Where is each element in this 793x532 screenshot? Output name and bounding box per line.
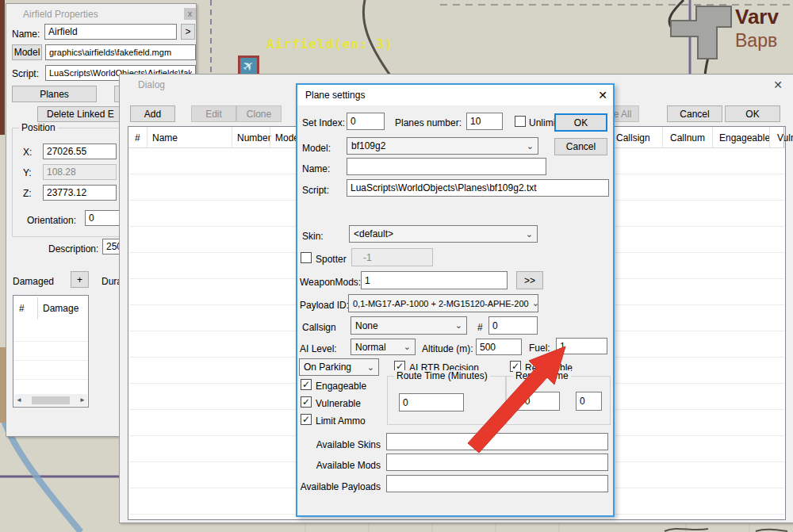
fuel-field[interactable]	[556, 338, 607, 354]
map-edge-feature	[0, 0, 5, 135]
column-header[interactable]: Callnum	[670, 132, 705, 144]
available-skins-field[interactable]	[386, 433, 608, 450]
spotter-label: Spotter	[316, 254, 347, 265]
damaged-add-button[interactable]: +	[71, 271, 89, 288]
route-time-legend: Route Time (Minutes)	[394, 370, 490, 381]
scroll-right-icon[interactable]: ►	[79, 396, 86, 404]
ai-level-value: Normal	[355, 342, 386, 353]
damage-col-name: Damage	[43, 303, 79, 314]
plane-script-field[interactable]	[347, 179, 609, 197]
scroll-left-icon[interactable]: ◄	[16, 396, 22, 404]
town-name-latin: Varv	[735, 5, 779, 29]
model-button[interactable]: Model	[12, 44, 42, 60]
ok-button[interactable]: OK	[554, 113, 607, 132]
planes-number-label: Planes number:	[395, 117, 462, 128]
engageable-label: Engageable	[316, 381, 366, 392]
engageable-checkbox[interactable]: ✓	[301, 379, 312, 390]
clone-button: Clone	[236, 105, 282, 122]
available-payloads-field[interactable]	[386, 475, 608, 492]
chevron-down-icon: ⌄	[367, 362, 374, 373]
script-label: Script:	[12, 68, 39, 79]
spotter-checkbox[interactable]	[301, 252, 312, 263]
planes-number-field[interactable]	[466, 113, 503, 130]
close-icon[interactable]: ✕	[596, 88, 610, 102]
airfield-name-field[interactable]	[44, 24, 177, 40]
chevron-down-icon: ⌄	[532, 298, 538, 308]
damaged-label: Damaged	[13, 276, 54, 287]
plane-settings-title: Plane settings	[305, 90, 365, 101]
altitude-label: Altitude (m):	[422, 343, 473, 354]
weaponmods-expand-button[interactable]: >>	[516, 271, 543, 289]
cancel-button[interactable]: Cancel	[554, 138, 607, 155]
chevron-down-icon: ⌄	[455, 320, 462, 331]
available-skins-label: Available Skins	[316, 439, 381, 450]
column-header[interactable]: Number	[237, 132, 271, 144]
column-header[interactable]: Vulnerable	[777, 132, 793, 144]
route-time-field[interactable]	[399, 393, 464, 411]
airfield-model-field[interactable]	[45, 44, 196, 60]
limit-ammo-checkbox[interactable]: ✓	[301, 414, 312, 425]
column-header[interactable]: Callsign	[616, 132, 650, 144]
callsign-hash-label: #	[477, 322, 483, 333]
unlimited-checkbox[interactable]	[515, 116, 526, 127]
mission-editor-screen: Airfield(en: 3) Varv Варв ✈ Airfield Pro…	[0, 0, 793, 532]
description-label: Description:	[48, 243, 98, 255]
chevron-down-icon: ⌄	[526, 229, 533, 239]
close-icon[interactable]: ✕	[770, 78, 786, 92]
column-header[interactable]: Name	[152, 132, 178, 144]
weaponmods-field[interactable]	[361, 271, 508, 289]
available-mods-field[interactable]	[386, 454, 608, 471]
renew-time-field-2[interactable]	[576, 392, 602, 411]
renew-time-field-1[interactable]	[515, 392, 560, 411]
model-label: Model:	[302, 143, 331, 154]
close-icon[interactable]: x	[184, 8, 196, 20]
add-button[interactable]: Add	[130, 105, 175, 122]
chevron-down-icon: ⌄	[527, 141, 534, 151]
y-label: Y:	[23, 167, 32, 178]
z-label: Z:	[23, 188, 32, 199]
payload-value: 0,1-MG17-AP-1000 + 2-MG15120-APHE-200	[353, 299, 529, 308]
damage-table: # Damage ◄ ►	[13, 295, 89, 408]
plane-name-field[interactable]	[347, 158, 546, 175]
column-header[interactable]: Engageable	[719, 132, 770, 144]
map-terrain-patch	[0, 347, 6, 423]
name-expand-button[interactable]: >	[181, 24, 195, 40]
weaponmods-label: WeaponMods:	[300, 277, 361, 288]
damage-col-num: #	[19, 303, 25, 314]
ok-button[interactable]: OK	[725, 105, 780, 122]
scroll-thumb[interactable]	[32, 396, 70, 404]
column-header[interactable]: #	[135, 132, 140, 144]
ai-level-dropdown[interactable]: Normal ⌄	[351, 339, 416, 355]
map-airfield-label: Airfield(en: 3)	[266, 36, 393, 52]
cancel-button[interactable]: Cancel	[667, 105, 722, 122]
plane-settings-dialog: Plane settings ✕ Set Index: Planes numbe…	[296, 83, 615, 517]
x-label: X:	[23, 147, 32, 158]
skin-value: <default>	[354, 228, 393, 239]
spawn-mode-value: On Parking	[304, 362, 351, 373]
payload-label: Payload ID:	[300, 300, 349, 311]
spawn-mode-dropdown[interactable]: On Parking ⌄	[299, 358, 379, 376]
edit-button: Edit	[191, 105, 236, 122]
callsign-number-field[interactable]	[488, 316, 538, 335]
limit-ammo-label: Limit Ammo	[316, 415, 366, 427]
available-payloads-label: Available Payloads	[297, 481, 381, 492]
name-label: Name:	[302, 163, 330, 174]
position-z-field[interactable]	[43, 185, 117, 201]
set-index-field[interactable]	[347, 113, 385, 130]
callsign-dropdown[interactable]: None ⌄	[351, 316, 467, 335]
position-x-field[interactable]	[43, 144, 117, 159]
renew-time-legend: Renew Time	[513, 370, 571, 381]
damage-rows	[14, 323, 87, 394]
skin-dropdown[interactable]: <default> ⌄	[349, 225, 538, 243]
damage-col-separator	[37, 297, 38, 320]
plane-settings-titlebar: Plane settings ✕	[297, 85, 613, 105]
model-dropdown[interactable]: bf109g2 ⌄	[347, 137, 538, 155]
model-value: bf109g2	[351, 140, 385, 151]
vulnerable-checkbox[interactable]: ✓	[301, 396, 312, 408]
spotter-field	[351, 248, 433, 266]
position-legend: Position	[19, 122, 58, 133]
planes-button[interactable]: Planes	[12, 86, 97, 102]
damage-hscrollbar[interactable]: ◄ ►	[14, 394, 87, 406]
payload-dropdown[interactable]: 0,1-MG17-AP-1000 + 2-MG15120-APHE-200 ⌄	[348, 294, 538, 312]
altitude-field[interactable]	[476, 339, 522, 355]
